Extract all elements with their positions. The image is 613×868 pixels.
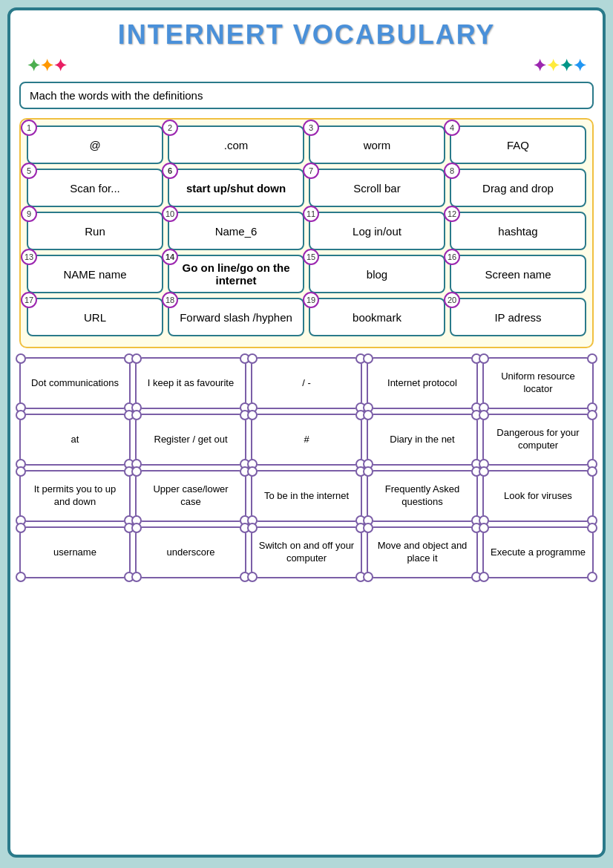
page-title: INTERNERT VOCABULARY: [19, 19, 594, 50]
dot-bl: [16, 572, 26, 582]
vocab-text-1: @: [89, 139, 100, 151]
vocab-row-4: 13NAME name14Go on line/go on the intern…: [27, 255, 586, 293]
vocab-num-3: 3: [303, 120, 319, 136]
def-row-1: Dot communicationsI keep it as favourite…: [19, 357, 594, 409]
vocab-item-15: 15blog: [309, 255, 445, 293]
dot-tl: [363, 523, 373, 533]
dot-tl: [131, 410, 142, 420]
vocab-item-7: 7Scroll bar: [309, 169, 445, 207]
page-container: INTERNERT VOCABULARY ✦ ✦ ✦ ✦ ✦ ✦ ✦ Mach …: [7, 7, 606, 858]
dot-tl: [363, 410, 373, 420]
vocab-item-10: 10Name_6: [168, 212, 304, 250]
def-item-4-5: Execute a programme: [482, 526, 594, 578]
vocab-num-6: 6: [162, 163, 178, 179]
vocab-item-9: 9Run: [27, 212, 163, 250]
star-7: ✦: [573, 56, 586, 76]
dot-tl: [16, 410, 26, 420]
star-4: ✦: [533, 56, 546, 76]
star-6: ✦: [560, 56, 573, 76]
defs-section: Dot communicationsI keep it as favourite…: [19, 357, 594, 578]
def-item-2-2: Register / get out: [135, 414, 246, 466]
dot-br: [587, 572, 597, 582]
vocab-num-4: 4: [444, 120, 460, 136]
dot-tl: [479, 466, 489, 477]
def-text-1-2: I keep it as favourite: [146, 376, 235, 391]
vocab-section: 1@2.com3worm4FAQ5Scan for...6start up/sh…: [19, 118, 594, 348]
def-item-3-5: Look for viruses: [482, 470, 594, 522]
def-text-4-4: Move and object and place it: [373, 538, 472, 567]
dot-tr: [587, 523, 597, 533]
vocab-text-7: Scroll bar: [353, 182, 400, 195]
star-1: ✦: [27, 56, 40, 76]
def-item-4-4: Move and object and place it: [367, 526, 478, 578]
vocab-item-18: 18Forward slash /hyphen: [168, 298, 304, 336]
def-text-3-5: Look for viruses: [502, 489, 574, 504]
vocab-num-11: 11: [303, 206, 319, 222]
def-text-2-2: Register / get out: [153, 432, 229, 448]
vocab-item-11: 11Log in/out: [309, 212, 445, 250]
vocab-item-1: 1@: [27, 125, 163, 164]
def-item-1-3: / -: [251, 357, 362, 409]
vocab-num-2: 2: [162, 120, 178, 136]
def-item-2-5: Dangerous for your computer: [482, 414, 594, 466]
vocab-text-13: NAME name: [63, 268, 126, 281]
vocab-text-6: start up/shut down: [186, 182, 286, 195]
vocab-row-5: 17URL18Forward slash /hyphen19bookmark20…: [27, 298, 586, 336]
dot-bl: [247, 572, 258, 582]
def-text-3-4: Frequently Asked questions: [373, 482, 472, 510]
def-text-1-1: Dot communications: [30, 376, 120, 391]
def-text-1-4: Internet protocol: [386, 376, 459, 391]
star-2: ✦: [40, 56, 53, 76]
vocab-text-5: Scan for...: [70, 182, 120, 195]
def-text-2-3: #: [302, 432, 310, 448]
vocab-num-18: 18: [162, 292, 178, 308]
dot-bl: [479, 572, 489, 582]
vocab-item-8: 8Drag and drop: [450, 169, 586, 207]
def-item-3-3: To be in the internet: [251, 470, 362, 522]
instructions-box: Mach the words with the definitions: [19, 82, 594, 109]
vocab-text-3: worm: [364, 139, 391, 151]
dot-tl: [247, 410, 258, 420]
vocab-num-7: 7: [303, 163, 319, 179]
dot-tl: [247, 466, 258, 477]
def-text-3-3: To be in the internet: [263, 489, 350, 504]
vocab-item-2: 2.com: [168, 125, 304, 164]
vocab-text-10: Name_6: [215, 225, 258, 238]
def-text-1-3: / -: [301, 376, 312, 391]
vocab-num-16: 16: [444, 249, 460, 265]
def-item-4-3: Switch on and off your computer: [251, 526, 362, 578]
vocab-num-15: 15: [303, 249, 319, 265]
def-text-4-1: username: [52, 545, 98, 561]
def-text-2-5: Dangerous for your computer: [488, 425, 588, 454]
vocab-num-5: 5: [21, 163, 37, 179]
def-text-1-5: Uniform resource locator: [488, 369, 588, 397]
def-item-3-4: Frequently Asked questions: [367, 470, 478, 522]
def-row-4: usernameunderscoreSwitch on and off your…: [19, 526, 594, 578]
vocab-item-3: 3worm: [309, 125, 445, 164]
def-item-2-3: #: [251, 414, 362, 466]
vocab-num-8: 8: [444, 163, 460, 179]
vocab-row-1: 1@2.com3worm4FAQ: [27, 125, 586, 164]
star-5: ✦: [546, 56, 560, 76]
dot-bl: [131, 572, 142, 582]
def-text-2-4: Diary in the net: [388, 432, 456, 448]
dot-tl: [479, 523, 489, 533]
vocab-text-12: hashtag: [498, 225, 537, 238]
def-item-2-4: Diary in the net: [367, 414, 478, 466]
vocab-item-17: 17URL: [27, 298, 163, 336]
def-text-3-2: Upper case/lower case: [141, 482, 240, 510]
vocab-text-8: Drag and drop: [482, 182, 554, 195]
dot-tl: [131, 466, 142, 477]
vocab-text-2: .com: [224, 139, 249, 151]
dot-tr: [587, 353, 597, 364]
dot-tl: [479, 353, 489, 364]
vocab-text-18: Forward slash /hyphen: [180, 311, 292, 324]
vocab-text-15: blog: [367, 268, 387, 281]
dot-tl: [363, 353, 373, 364]
vocab-num-10: 10: [162, 206, 178, 222]
vocab-item-20: 20IP adress: [450, 298, 586, 336]
def-text-4-5: Execute a programme: [489, 545, 587, 561]
dot-tl: [16, 353, 26, 364]
vocab-num-17: 17: [21, 292, 37, 308]
dot-tr: [587, 466, 597, 477]
